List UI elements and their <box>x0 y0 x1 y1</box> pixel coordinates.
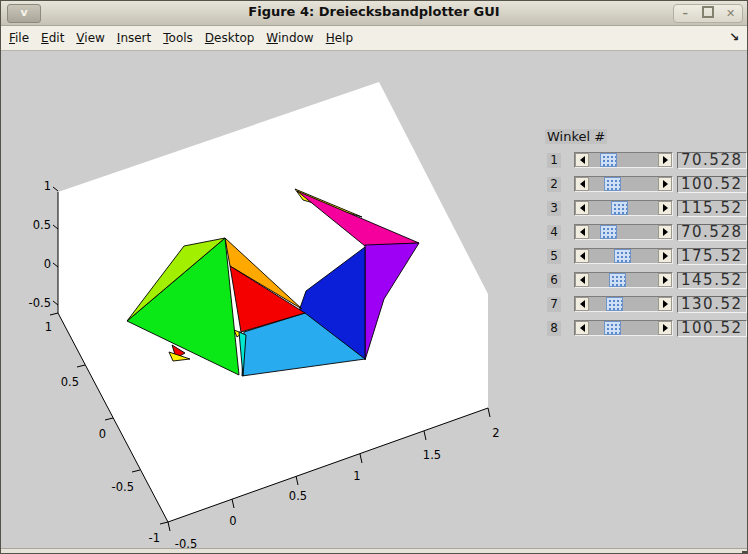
slider-track[interactable] <box>589 249 658 263</box>
slider-number-label: 4 <box>547 225 561 240</box>
slider-thumb[interactable] <box>606 297 623 311</box>
slider-right-arrow-button[interactable] <box>658 297 672 311</box>
y-tick-label: -1 <box>149 531 160 545</box>
slider-right-arrow-button[interactable] <box>658 225 672 239</box>
slider-left-arrow-button[interactable] <box>575 225 589 239</box>
left-triangle-icon <box>576 228 585 236</box>
maximize-button[interactable] <box>698 6 718 22</box>
slider-left-arrow-button[interactable] <box>575 297 589 311</box>
y-tick-label: 0 <box>99 427 106 441</box>
z-axis-tick <box>53 187 58 191</box>
x-tick-label: 0.5 <box>289 489 307 503</box>
angle-slider-6[interactable] <box>574 272 673 288</box>
slider-track[interactable] <box>589 153 658 167</box>
menu-item-tools[interactable]: Tools <box>163 31 193 45</box>
x-tick-label: 2 <box>492 426 499 440</box>
slider-row-1: 170.528 <box>539 152 747 168</box>
slider-thumb[interactable] <box>609 273 626 287</box>
left-triangle-icon <box>576 300 585 308</box>
slider-number-label: 8 <box>547 321 561 336</box>
z-axis-tick <box>53 225 58 229</box>
slider-thumb[interactable] <box>604 321 621 335</box>
angle-value-field-1[interactable]: 70.528 <box>677 152 747 169</box>
x-axis-tick <box>168 522 170 531</box>
z-axis-tick <box>53 263 58 267</box>
menu-item-help[interactable]: Help <box>326 31 353 45</box>
slider-thumb[interactable] <box>614 249 631 263</box>
slider-left-arrow-button[interactable] <box>575 249 589 263</box>
figure-window: v Figure 4: Dreiecksbandplotter GUI – ✕ … <box>0 0 748 554</box>
slider-track[interactable] <box>589 321 658 335</box>
angle-value-field-7[interactable]: 130.52 <box>677 296 747 313</box>
slider-left-arrow-button[interactable] <box>575 153 589 167</box>
x-axis-tick <box>360 454 362 463</box>
menu-item-view[interactable]: View <box>76 31 104 45</box>
slider-row-8: 8100.52 <box>539 320 747 336</box>
slider-thumb[interactable] <box>611 201 628 215</box>
close-button[interactable]: ✕ <box>721 6 741 21</box>
slider-number-label: 5 <box>547 249 561 264</box>
angle-value-field-2[interactable]: 100.52 <box>677 176 747 193</box>
x-tick-label: 1 <box>353 469 360 483</box>
slider-thumb[interactable] <box>600 225 617 239</box>
slider-track[interactable] <box>589 273 658 287</box>
z-tick-label: -0.5 <box>29 296 51 310</box>
right-triangle-icon <box>663 252 672 260</box>
slider-track[interactable] <box>589 297 658 311</box>
x-axis-tick <box>424 431 426 440</box>
angle-value-field-5[interactable]: 175.52 <box>677 248 747 265</box>
title-bar: v Figure 4: Dreiecksbandplotter GUI – ✕ <box>1 1 747 26</box>
menu-item-edit[interactable]: Edit <box>41 31 64 45</box>
slider-right-arrow-button[interactable] <box>658 273 672 287</box>
y-tick-label: -0.5 <box>112 480 134 494</box>
slider-right-arrow-button[interactable] <box>658 177 672 191</box>
y-axis-tick <box>132 470 140 472</box>
winkel-panel: Winkel # 170.5282100.523115.52470.528517… <box>539 126 747 145</box>
slider-track[interactable] <box>589 177 658 191</box>
slider-right-arrow-button[interactable] <box>658 249 672 263</box>
angle-value-field-4[interactable]: 70.528 <box>677 224 747 241</box>
angle-value-field-3[interactable]: 115.52 <box>677 200 747 217</box>
figure-canvas: 10.50-0.510.50-0.5-1-0.500.511.52 Winkel… <box>1 51 747 548</box>
slider-number-label: 6 <box>547 273 561 288</box>
slider-track[interactable] <box>589 201 658 215</box>
angle-slider-3[interactable] <box>574 200 673 216</box>
right-triangle-icon <box>663 276 672 284</box>
angle-slider-8[interactable] <box>574 320 673 336</box>
slider-right-arrow-button[interactable] <box>658 201 672 215</box>
y-tick-label: 1 <box>45 320 52 334</box>
right-triangle-icon <box>663 228 672 236</box>
slider-right-arrow-button[interactable] <box>658 153 672 167</box>
window-title: Figure 4: Dreiecksbandplotter GUI <box>1 4 747 19</box>
window-bottom-border <box>1 548 747 554</box>
angle-slider-5[interactable] <box>574 248 673 264</box>
slider-right-arrow-button[interactable] <box>658 321 672 335</box>
slider-left-arrow-button[interactable] <box>575 177 589 191</box>
angle-slider-1[interactable] <box>574 152 673 168</box>
slider-thumb[interactable] <box>600 153 617 167</box>
angle-value-field-8[interactable]: 100.52 <box>677 320 747 337</box>
x-tick-label: -0.5 <box>175 537 197 548</box>
right-triangle-icon <box>663 156 672 164</box>
menu-bar: FileEditViewInsertToolsDesktopWindowHelp… <box>1 26 747 51</box>
left-triangle-icon <box>576 204 585 212</box>
slider-rows: 170.5282100.523115.52470.5285175.526145.… <box>539 152 747 344</box>
slider-left-arrow-button[interactable] <box>575 273 589 287</box>
angle-value-field-6[interactable]: 145.52 <box>677 272 747 289</box>
slider-thumb[interactable] <box>604 177 621 191</box>
menu-item-insert[interactable]: Insert <box>117 31 151 45</box>
menu-item-window[interactable]: Window <box>266 31 313 45</box>
y-axis-tick <box>77 365 85 367</box>
left-triangle-icon <box>576 180 585 188</box>
angle-slider-7[interactable] <box>574 296 673 312</box>
slider-left-arrow-button[interactable] <box>575 321 589 335</box>
dock-figure-icon[interactable]: ↘ <box>729 30 739 44</box>
menu-item-desktop[interactable]: Desktop <box>205 31 255 45</box>
slider-left-arrow-button[interactable] <box>575 201 589 215</box>
minimize-button[interactable]: – <box>675 6 695 21</box>
left-triangle-icon <box>576 276 585 284</box>
slider-track[interactable] <box>589 225 658 239</box>
angle-slider-4[interactable] <box>574 224 673 240</box>
angle-slider-2[interactable] <box>574 176 673 192</box>
menu-item-file[interactable]: File <box>9 31 29 45</box>
